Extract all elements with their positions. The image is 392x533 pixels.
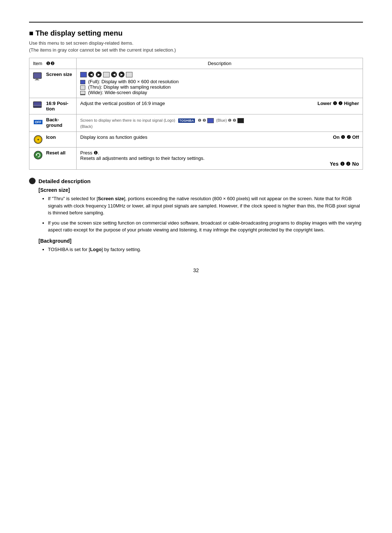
page-title: The display setting menu (29, 29, 363, 37)
menu-table: Item ❶❷ Description (29, 58, 363, 170)
item-cell-bg: OFF Back-ground (29, 114, 77, 132)
icon-icon: ✦ (33, 134, 43, 145)
item-cell-reset: Reset all (29, 148, 77, 170)
blue-square (207, 118, 214, 123)
item-cell-screen-size: Screen size (29, 69, 77, 98)
169-icon (33, 101, 43, 111)
item-cell-169: 16:9 Posi-tion (29, 98, 77, 114)
reset-desc-line1: Press ❶. (80, 150, 359, 156)
svg-text:✦: ✦ (37, 138, 40, 142)
list-item: If you use the screen size setting funct… (48, 219, 363, 234)
nav-btn-2: ▶ (96, 72, 102, 77)
subtitle-1: Use this menu to set screen display-rela… (29, 40, 363, 46)
svg-rect-2 (35, 80, 39, 80)
table-row: 16:9 Posi-tion Adjust the vertical posit… (29, 98, 363, 114)
col-header-item: Item ❶❷ (29, 58, 77, 69)
reset-label: Reset all (46, 150, 65, 156)
item-cell-icon: ✦ Icon (29, 132, 77, 148)
svg-point-10 (34, 151, 42, 159)
screen-size-bullets: If "Thru" is selected for [Screen size],… (48, 195, 363, 234)
subtitle-2: (The items in gray color cannot be set w… (29, 47, 363, 53)
wide-icon-inline (80, 91, 85, 95)
screen-size-desc: ◀ ▶ ◀ ▶ (Full): Display with 800 × 600 d… (77, 69, 363, 98)
wide-icon (126, 72, 132, 77)
nav-btn-1: ◀ (88, 72, 94, 77)
list-item: TOSHIBA is set for [Logo] by factory set… (48, 246, 363, 253)
reset-desc-line2: Resets all adjustments and settings to t… (80, 156, 359, 161)
background-bullets: TOSHIBA is set for [Logo] by factory set… (48, 246, 363, 253)
169-label: 16:9 Posi-tion (46, 101, 68, 112)
icon-right: On ❶ ❷ Off (333, 134, 359, 140)
screen-size-icon (33, 72, 43, 82)
icon-label: Icon (46, 134, 56, 140)
background-subheader: [Background] (38, 238, 363, 244)
black-square (237, 118, 244, 123)
bg-desc: Screen to display when there is no input… (77, 114, 363, 132)
detail-section: Detailed description [Screen size] If "T… (29, 178, 363, 253)
169-desc: Adjust the vertical position of 16:9 ima… (77, 98, 363, 114)
detail-circle-icon (29, 178, 36, 184)
off-badge: OFF (34, 120, 42, 124)
svg-rect-3 (34, 73, 41, 78)
col-header-desc: Description (77, 58, 363, 69)
page-number: 32 (29, 267, 363, 273)
169-desc-text: Adjust the vertical position of 16:9 ima… (80, 101, 165, 106)
icon-desc: Display icons as function guides On ❶ ❷ … (77, 132, 363, 148)
screen-size-line2: (Thru): Display with sampling resolution (80, 84, 359, 90)
reset-right: Yes ❶ ❷ No (80, 161, 359, 167)
screen-size-subheader: [Screen size] (38, 187, 363, 193)
table-row: OFF Back-ground Screen to display when t… (29, 114, 363, 132)
reset-icon (33, 150, 43, 160)
detail-header: Detailed description (29, 178, 363, 184)
full-icon (80, 72, 87, 77)
full-icon-inline (80, 80, 85, 84)
svg-rect-1 (36, 78, 38, 80)
bg-icon: OFF (33, 117, 43, 127)
icon-desc-text: Display icons as function guides (80, 134, 147, 140)
top-rule (29, 22, 363, 23)
table-row: ✦ Icon Display icons as function guides … (29, 132, 363, 148)
thru-icon (103, 72, 110, 77)
nav-btn-3: ◀ (111, 72, 117, 77)
bg-desc-text: Screen to display when there is no input… (80, 118, 244, 129)
thru-icon-inline (80, 85, 85, 90)
list-item: If "Thru" is selected for [Screen size],… (48, 195, 363, 217)
toshiba-logo: TOSHIBA (178, 118, 195, 123)
screen-size-label: Screen size (46, 72, 72, 77)
table-row: Reset all Press ❶. Resets all adjustment… (29, 148, 363, 170)
table-row: Screen size ◀ ▶ ◀ ▶ (Full): Display with… (29, 69, 363, 98)
nav-btn-4: ▶ (119, 72, 124, 77)
screen-size-line3: (Wide): Wide-screen display (80, 90, 359, 95)
reset-desc: Press ❶. Resets all adjustments and sett… (77, 148, 363, 170)
169-right: Lower ❶ ❷ Higher (318, 101, 359, 106)
screen-size-line1: (Full): Display with 800 × 600 dot resol… (80, 79, 359, 84)
bg-label: Back-ground (46, 117, 62, 128)
